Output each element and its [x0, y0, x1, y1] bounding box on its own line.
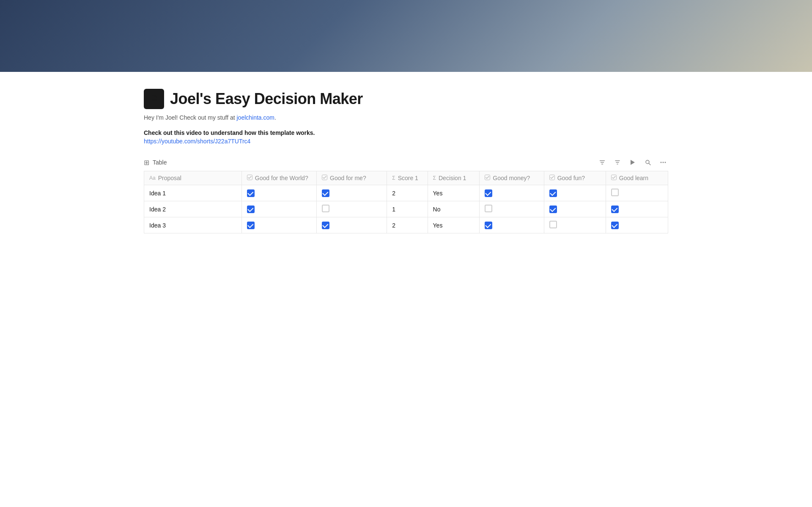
filter-button[interactable] — [597, 157, 607, 167]
svg-point-6 — [661, 162, 662, 163]
cell-world[interactable] — [241, 185, 316, 201]
col-header-score[interactable]: Σ Score 1 — [387, 171, 428, 185]
cell-me[interactable] — [317, 217, 387, 233]
table-row: Idea 1 2 Yes — [144, 185, 668, 201]
checkbox-checked[interactable] — [611, 206, 619, 213]
col-header-fun[interactable]: Good fun? — [544, 171, 606, 185]
cell-proposal: Idea 2 — [144, 201, 242, 217]
checkbox-checked[interactable] — [247, 222, 255, 229]
table-label: ⊞ Table — [144, 159, 167, 167]
checkbox-checked[interactable] — [549, 189, 557, 197]
cell-fun[interactable] — [544, 217, 606, 233]
decision-table: Aa Proposal Good for the World? — [144, 171, 668, 233]
cell-money[interactable] — [480, 185, 544, 201]
fun-checkbox-icon — [549, 175, 555, 181]
cell-proposal: Idea 1 — [144, 185, 242, 201]
me-checkbox-icon — [322, 175, 327, 181]
money-checkbox-icon — [485, 175, 490, 181]
svg-point-4 — [646, 160, 649, 164]
table-row: Idea 3 2 Yes — [144, 217, 668, 233]
col-header-decision[interactable]: Σ Decision 1 — [428, 171, 480, 185]
cell-money[interactable] — [480, 201, 544, 217]
score-sigma-icon: Σ — [392, 175, 395, 181]
cell-decision: Yes — [428, 185, 480, 201]
cell-me[interactable] — [317, 185, 387, 201]
checkbox-unchecked[interactable] — [322, 205, 329, 212]
page-title: Joel's Easy Decision Maker — [170, 90, 363, 108]
col-header-world[interactable]: Good for the World? — [241, 171, 316, 185]
joelchinta-link[interactable]: joelchinta.com — [237, 114, 275, 121]
cell-fun[interactable] — [544, 185, 606, 201]
proposal-icon: Aa — [149, 175, 156, 181]
cell-me[interactable] — [317, 201, 387, 217]
checkbox-checked[interactable] — [247, 189, 255, 197]
description-text: Check out this video to understand how t… — [144, 129, 668, 136]
cell-world[interactable] — [241, 201, 316, 217]
cell-learn[interactable] — [606, 201, 668, 217]
cell-proposal: Idea 3 — [144, 217, 242, 233]
cell-money[interactable] — [480, 217, 544, 233]
col-header-me[interactable]: Good for me? — [317, 171, 387, 185]
svg-point-7 — [663, 162, 664, 163]
more-button[interactable] — [658, 157, 668, 167]
video-link[interactable]: https://youtube.com/shorts/J22a7TUTrc4 — [144, 138, 668, 145]
cell-score: 1 — [387, 201, 428, 217]
subtitle: Hey I'm Joel! Check out my stuff at joel… — [144, 114, 668, 121]
checkbox-checked[interactable] — [549, 206, 557, 213]
checkbox-checked[interactable] — [485, 222, 492, 229]
checkbox-checked[interactable] — [247, 206, 255, 213]
table-grid-icon: ⊞ — [144, 159, 149, 167]
svg-point-8 — [665, 162, 666, 163]
col-header-money[interactable]: Good money? — [480, 171, 544, 185]
table-row: Idea 2 1 No — [144, 201, 668, 217]
cell-learn[interactable] — [606, 185, 668, 201]
checkbox-checked[interactable] — [322, 189, 329, 197]
checkbox-checked[interactable] — [485, 189, 492, 197]
svg-marker-3 — [631, 160, 635, 165]
svg-line-5 — [649, 164, 651, 165]
cell-learn[interactable] — [606, 217, 668, 233]
cell-world[interactable] — [241, 217, 316, 233]
sort-button[interactable] — [612, 157, 623, 167]
checkbox-unchecked[interactable] — [485, 205, 492, 212]
col-header-learn[interactable]: Good learn — [606, 171, 668, 185]
checkbox-checked[interactable] — [322, 222, 329, 229]
cell-decision: Yes — [428, 217, 480, 233]
cell-score: 2 — [387, 185, 428, 201]
decision-sigma-icon: Σ — [433, 175, 436, 181]
cell-score: 2 — [387, 217, 428, 233]
page-icon: 🖥 — [144, 89, 164, 109]
checkbox-checked[interactable] — [611, 222, 619, 229]
cell-fun[interactable] — [544, 201, 606, 217]
hero-banner — [0, 0, 812, 72]
checkbox-unchecked[interactable] — [611, 189, 619, 196]
world-checkbox-icon — [247, 175, 252, 181]
col-header-proposal[interactable]: Aa Proposal — [144, 171, 242, 185]
cell-decision: No — [428, 201, 480, 217]
automate-button[interactable] — [628, 157, 638, 167]
search-button[interactable] — [643, 157, 653, 167]
learn-checkbox-icon — [611, 175, 617, 181]
checkbox-unchecked[interactable] — [549, 221, 557, 228]
